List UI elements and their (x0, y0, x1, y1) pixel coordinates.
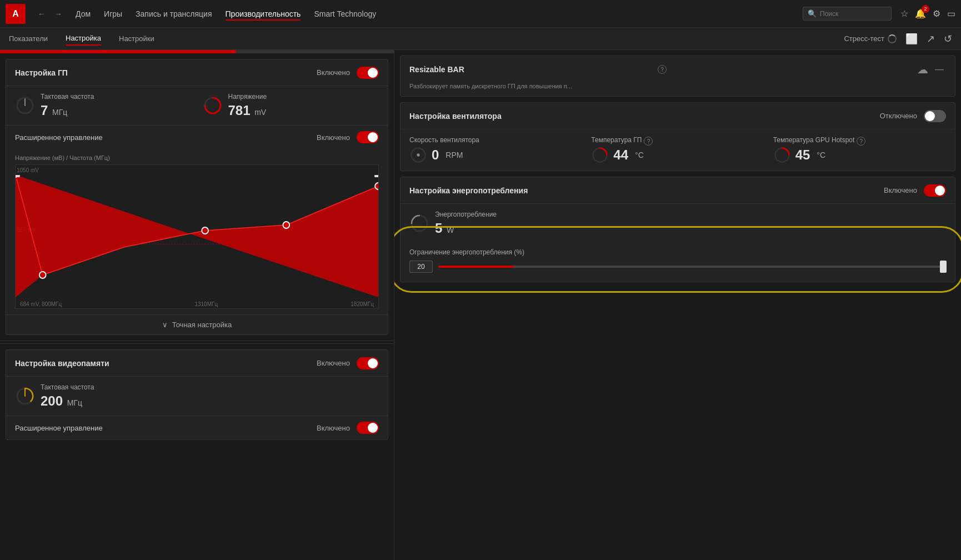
fan-setup-title: Настройка вентилятора (409, 112, 880, 121)
power-unit: W (447, 226, 454, 234)
separator-line (0, 341, 394, 344)
power-setup-toggle[interactable] (924, 184, 946, 197)
gpu-temp-help-icon[interactable]: ? (644, 137, 653, 146)
nav-back-button[interactable]: ← (34, 7, 49, 21)
fan-three-col: Скорость вентилятора 0 RPM Температура Г… (401, 129, 955, 171)
hotspot-temp-col: Температура GPU Hotspot ? 45 °С (773, 136, 946, 164)
amd-logo: A (6, 4, 26, 24)
vram-ext-control-row: Расширенное управление Включено (6, 416, 388, 439)
svg-point-12 (417, 153, 419, 156)
export-icon[interactable]: ↗ (927, 33, 935, 45)
subnav: Показатели Настройка Настройки Стресс-те… (0, 28, 961, 50)
power-setup-card: Настройка энергопотребления Включено Эне… (400, 177, 955, 282)
vram-clock-metric: Тактовая частота 200 МГц (15, 383, 379, 409)
tab-dom[interactable]: Дом (76, 7, 91, 21)
power-dial (409, 213, 429, 233)
fan-setup-toggle[interactable] (924, 110, 946, 122)
tab-zapis[interactable]: Запись и трансляция (136, 7, 212, 21)
subnav-tab-setup[interactable]: Настройка (66, 32, 101, 46)
gpu-setup-toggle-knob (368, 68, 378, 78)
refresh-icon[interactable]: ↺ (944, 33, 952, 45)
vram-ext-status: Включено (317, 424, 350, 432)
tab-performance[interactable]: Производительность (226, 7, 301, 21)
subnav-tab-settings[interactable]: Настройки (119, 32, 154, 45)
slider-thumb[interactable] (940, 261, 947, 273)
svg-marker-2 (16, 175, 378, 297)
stress-test-spinner (888, 34, 897, 43)
gpu-temp-value: 44 (613, 147, 628, 163)
resizable-bar-title: Resizable BAR (409, 65, 651, 74)
voltage-value-row: 781 mV (228, 103, 267, 118)
resizable-bar-card: Resizable BAR ? ☁ — Разблокирует память … (400, 56, 955, 97)
vram-clock-value: 200 (41, 393, 63, 408)
bell-icon[interactable]: 🔔 2 (915, 8, 926, 19)
fan-speed-value: 0 (432, 147, 439, 163)
tab-smart-tech[interactable]: Smart Technology (314, 7, 376, 21)
clock-metric: Тактовая частота 7 МГц (15, 93, 192, 118)
subnav-tab-indicators[interactable]: Показатели (9, 32, 48, 45)
stress-test-button[interactable]: Стресс-тест (844, 34, 897, 43)
nav-arrows: ← → (34, 7, 66, 21)
gpu-setup-toggle[interactable] (357, 67, 379, 79)
fan-setup-status: Отключено (880, 112, 917, 120)
fan-speed-dial (409, 146, 427, 164)
nav-forward-button[interactable]: → (51, 7, 66, 21)
slider-track[interactable] (438, 266, 946, 268)
fine-tune-row[interactable]: ∨ Точная настройка (6, 314, 388, 334)
gpu-setup-title: Настройка ГП (15, 68, 317, 77)
resizable-bar-help-icon[interactable]: ? (658, 65, 667, 74)
clock-label: Тактовая частота (41, 93, 94, 101)
voltage-info: Напряжение 781 mV (228, 93, 267, 118)
fan-setup-toggle-knob (925, 111, 935, 121)
chart-x-right: 1820МГц (351, 301, 374, 307)
bookmark-icon[interactable]: ☆ (900, 8, 908, 19)
hotspot-value: 45 (795, 147, 810, 163)
search-input[interactable] (820, 10, 887, 18)
search-icon: 🔍 (808, 9, 817, 18)
vram-clock-unit: МГц (67, 398, 82, 407)
hotspot-label-row: Температура GPU Hotspot ? (773, 136, 946, 146)
slider-value-input[interactable] (409, 261, 433, 273)
gpu-temp-unit: °С (635, 151, 644, 159)
vram-setup-toggle[interactable] (357, 357, 379, 369)
vram-ext-toggle[interactable] (357, 422, 379, 434)
ext-control-toggle[interactable] (357, 131, 379, 143)
import-icon[interactable]: ⬜ (905, 33, 918, 45)
clock-info: Тактовая частота 7 МГц (41, 93, 94, 118)
hotspot-dial (773, 146, 791, 164)
chart-svg (16, 175, 378, 297)
clock-value-row: 7 МГц (41, 103, 94, 118)
left-panel: Настройка ГП Включено Тактовая частота (0, 50, 394, 560)
search-box: 🔍 (803, 7, 892, 21)
power-metrics-row: Энергопотребление 5 W (401, 204, 955, 243)
ext-control-row: Расширенное управление Включено (6, 125, 388, 149)
topbar-icons: ☆ 🔔 2 ⚙ ▭ (900, 8, 955, 19)
clock-unit: МГц (52, 108, 67, 117)
power-info: Энергопотребление 5 W (435, 211, 497, 236)
tab-igry[interactable]: Игры (104, 7, 122, 21)
vram-ext-label: Расширенное управление (15, 424, 317, 432)
power-value-row: 5 W (435, 221, 497, 236)
gpu-temp-col: Температура ГП ? 44 °С (591, 136, 764, 164)
main-content: Настройка ГП Включено Тактовая частота (0, 50, 961, 560)
vram-setup-title: Настройка видеопамяти (15, 359, 317, 368)
vram-clock-label: Тактовая частота (41, 383, 94, 391)
slider-label: Ограничение энергопотребления (%) (409, 248, 946, 256)
clock-dial (15, 96, 35, 116)
svg-point-6 (283, 222, 289, 228)
user-icon[interactable]: ▭ (947, 8, 955, 19)
voltage-unit: mV (254, 108, 266, 117)
minus-button[interactable]: — (933, 64, 946, 74)
hotspot-help-icon[interactable]: ? (857, 137, 865, 146)
gear-icon[interactable]: ⚙ (933, 8, 940, 19)
vram-setup-toggle-knob (368, 358, 378, 368)
power-value: 5 (435, 221, 442, 236)
svg-rect-9 (374, 175, 378, 177)
hotspot-label: Температура GPU Hotspot (773, 136, 855, 144)
ext-control-label: Расширенное управление (15, 133, 317, 142)
stress-test-label: Стресс-тест (844, 34, 884, 43)
power-setup-toggle-knob (935, 186, 945, 196)
chart-x-labels: 684 mV, 800МГц 1310МГц 1820МГц (16, 301, 378, 307)
cloud-icon: ☁ (917, 63, 928, 76)
svg-point-4 (39, 272, 46, 278)
